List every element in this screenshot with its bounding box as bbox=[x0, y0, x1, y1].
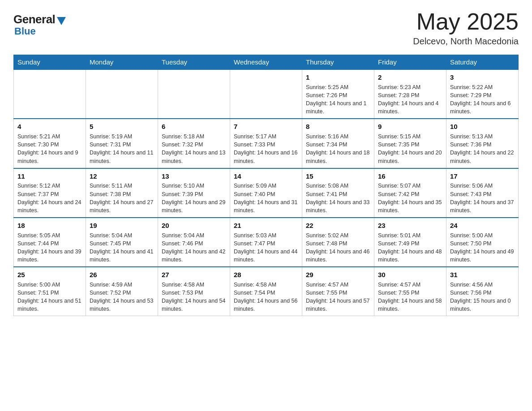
calendar-day-header: Thursday bbox=[302, 55, 374, 70]
day-number: 10 bbox=[450, 122, 515, 132]
calendar-cell: 28Sunrise: 4:58 AMSunset: 7:54 PMDayligh… bbox=[230, 267, 302, 316]
calendar-cell: 8Sunrise: 5:16 AMSunset: 7:34 PMDaylight… bbox=[302, 119, 374, 168]
day-number: 18 bbox=[17, 221, 82, 231]
location-text: Delcevo, North Macedonia bbox=[413, 36, 519, 47]
calendar-cell: 2Sunrise: 5:23 AMSunset: 7:28 PMDaylight… bbox=[374, 69, 446, 119]
calendar-week-row: 11Sunrise: 5:12 AMSunset: 7:37 PMDayligh… bbox=[14, 168, 519, 218]
day-info: Sunrise: 5:17 AMSunset: 7:33 PMDaylight:… bbox=[234, 133, 298, 165]
calendar-cell: 4Sunrise: 5:21 AMSunset: 7:30 PMDaylight… bbox=[14, 119, 86, 168]
day-info: Sunrise: 5:16 AMSunset: 7:34 PMDaylight:… bbox=[306, 133, 370, 165]
calendar-day-header: Sunday bbox=[14, 55, 86, 70]
calendar-cell: 24Sunrise: 5:00 AMSunset: 7:50 PMDayligh… bbox=[446, 218, 519, 267]
day-number: 22 bbox=[306, 221, 370, 231]
day-number: 26 bbox=[90, 270, 154, 280]
day-info: Sunrise: 5:23 AMSunset: 7:28 PMDaylight:… bbox=[378, 83, 442, 116]
calendar-cell: 15Sunrise: 5:08 AMSunset: 7:41 PMDayligh… bbox=[302, 168, 374, 218]
calendar-week-row: 4Sunrise: 5:21 AMSunset: 7:30 PMDaylight… bbox=[14, 119, 519, 168]
calendar-cell: 14Sunrise: 5:09 AMSunset: 7:40 PMDayligh… bbox=[230, 168, 302, 218]
day-info: Sunrise: 5:19 AMSunset: 7:31 PMDaylight:… bbox=[90, 133, 154, 165]
day-number: 19 bbox=[90, 221, 154, 231]
calendar-cell: 23Sunrise: 5:01 AMSunset: 7:49 PMDayligh… bbox=[374, 218, 446, 267]
calendar-cell bbox=[86, 69, 158, 119]
calendar-week-row: 18Sunrise: 5:05 AMSunset: 7:44 PMDayligh… bbox=[14, 218, 519, 267]
day-info: Sunrise: 5:09 AMSunset: 7:40 PMDaylight:… bbox=[234, 182, 298, 214]
day-info: Sunrise: 5:25 AMSunset: 7:26 PMDaylight:… bbox=[306, 83, 370, 116]
day-number: 23 bbox=[378, 221, 442, 231]
calendar-day-header: Wednesday bbox=[230, 55, 302, 70]
calendar-cell: 6Sunrise: 5:18 AMSunset: 7:32 PMDaylight… bbox=[158, 119, 230, 168]
day-info: Sunrise: 5:03 AMSunset: 7:47 PMDaylight:… bbox=[234, 231, 298, 264]
day-number: 30 bbox=[378, 270, 442, 280]
calendar-cell: 30Sunrise: 4:57 AMSunset: 7:55 PMDayligh… bbox=[374, 267, 446, 316]
day-number: 28 bbox=[234, 270, 298, 280]
calendar-cell: 20Sunrise: 5:04 AMSunset: 7:46 PMDayligh… bbox=[158, 218, 230, 267]
calendar-cell: 13Sunrise: 5:10 AMSunset: 7:39 PMDayligh… bbox=[158, 168, 230, 218]
day-number: 6 bbox=[162, 122, 226, 132]
calendar-cell: 11Sunrise: 5:12 AMSunset: 7:37 PMDayligh… bbox=[14, 168, 86, 218]
calendar-cell: 25Sunrise: 5:00 AMSunset: 7:51 PMDayligh… bbox=[14, 267, 86, 316]
title-block: May 2025 Delcevo, North Macedonia bbox=[413, 9, 519, 47]
day-info: Sunrise: 5:01 AMSunset: 7:49 PMDaylight:… bbox=[378, 231, 442, 264]
day-number: 13 bbox=[162, 171, 226, 181]
calendar-cell: 22Sunrise: 5:02 AMSunset: 7:48 PMDayligh… bbox=[302, 218, 374, 267]
day-number: 14 bbox=[234, 171, 298, 181]
day-number: 8 bbox=[306, 122, 370, 132]
calendar-cell bbox=[230, 69, 302, 119]
day-number: 17 bbox=[450, 171, 515, 181]
calendar-day-header: Friday bbox=[374, 55, 446, 70]
day-info: Sunrise: 5:15 AMSunset: 7:35 PMDaylight:… bbox=[378, 133, 442, 165]
calendar-cell: 12Sunrise: 5:11 AMSunset: 7:38 PMDayligh… bbox=[86, 168, 158, 218]
day-number: 9 bbox=[378, 122, 442, 132]
calendar-cell: 7Sunrise: 5:17 AMSunset: 7:33 PMDaylight… bbox=[230, 119, 302, 168]
day-info: Sunrise: 4:56 AMSunset: 7:56 PMDaylight:… bbox=[450, 281, 515, 313]
day-number: 5 bbox=[90, 122, 154, 132]
day-info: Sunrise: 5:05 AMSunset: 7:44 PMDaylight:… bbox=[17, 231, 82, 264]
day-number: 21 bbox=[234, 221, 298, 231]
day-number: 4 bbox=[17, 122, 82, 132]
calendar-header-row: SundayMondayTuesdayWednesdayThursdayFrid… bbox=[14, 55, 519, 70]
calendar-week-row: 1Sunrise: 5:25 AMSunset: 7:26 PMDaylight… bbox=[14, 69, 519, 119]
day-info: Sunrise: 5:04 AMSunset: 7:46 PMDaylight:… bbox=[162, 231, 226, 264]
calendar-day-header: Saturday bbox=[446, 55, 519, 70]
day-number: 15 bbox=[306, 171, 370, 181]
calendar-cell: 10Sunrise: 5:13 AMSunset: 7:36 PMDayligh… bbox=[446, 119, 519, 168]
calendar-cell: 29Sunrise: 4:57 AMSunset: 7:55 PMDayligh… bbox=[302, 267, 374, 316]
page-header: General Blue May 2025 Delcevo, North Mac… bbox=[13, 9, 519, 47]
day-info: Sunrise: 5:00 AMSunset: 7:51 PMDaylight:… bbox=[17, 281, 82, 313]
calendar-cell: 3Sunrise: 5:22 AMSunset: 7:29 PMDaylight… bbox=[446, 69, 519, 119]
day-number: 12 bbox=[90, 171, 154, 181]
logo-general-text: General bbox=[13, 13, 55, 26]
day-info: Sunrise: 5:11 AMSunset: 7:38 PMDaylight:… bbox=[90, 182, 154, 214]
calendar-cell: 31Sunrise: 4:56 AMSunset: 7:56 PMDayligh… bbox=[446, 267, 519, 316]
day-number: 25 bbox=[17, 270, 82, 280]
day-number: 31 bbox=[450, 270, 515, 280]
calendar-cell bbox=[158, 69, 230, 119]
day-info: Sunrise: 4:59 AMSunset: 7:52 PMDaylight:… bbox=[90, 281, 154, 313]
day-info: Sunrise: 5:07 AMSunset: 7:42 PMDaylight:… bbox=[378, 182, 442, 214]
calendar-cell: 17Sunrise: 5:06 AMSunset: 7:43 PMDayligh… bbox=[446, 168, 519, 218]
month-title: May 2025 bbox=[413, 9, 519, 34]
calendar-cell: 9Sunrise: 5:15 AMSunset: 7:35 PMDaylight… bbox=[374, 119, 446, 168]
calendar-day-header: Tuesday bbox=[158, 55, 230, 70]
day-info: Sunrise: 5:13 AMSunset: 7:36 PMDaylight:… bbox=[450, 133, 515, 165]
day-number: 20 bbox=[162, 221, 226, 231]
day-info: Sunrise: 5:08 AMSunset: 7:41 PMDaylight:… bbox=[306, 182, 370, 214]
day-number: 27 bbox=[162, 270, 226, 280]
day-info: Sunrise: 4:58 AMSunset: 7:54 PMDaylight:… bbox=[234, 281, 298, 313]
day-number: 3 bbox=[450, 73, 515, 82]
calendar-cell bbox=[14, 69, 86, 119]
calendar-cell: 1Sunrise: 5:25 AMSunset: 7:26 PMDaylight… bbox=[302, 69, 374, 119]
calendar-day-header: Monday bbox=[86, 55, 158, 70]
day-info: Sunrise: 4:57 AMSunset: 7:55 PMDaylight:… bbox=[306, 281, 370, 313]
calendar-cell: 26Sunrise: 4:59 AMSunset: 7:52 PMDayligh… bbox=[86, 267, 158, 316]
day-info: Sunrise: 5:06 AMSunset: 7:43 PMDaylight:… bbox=[450, 182, 515, 214]
day-number: 16 bbox=[378, 171, 442, 181]
calendar-week-row: 25Sunrise: 5:00 AMSunset: 7:51 PMDayligh… bbox=[14, 267, 519, 316]
day-info: Sunrise: 5:12 AMSunset: 7:37 PMDaylight:… bbox=[17, 182, 82, 214]
day-number: 29 bbox=[306, 270, 370, 280]
logo-blue-text: Blue bbox=[14, 26, 36, 37]
logo-triangle-icon bbox=[57, 17, 66, 25]
calendar-cell: 5Sunrise: 5:19 AMSunset: 7:31 PMDaylight… bbox=[86, 119, 158, 168]
day-info: Sunrise: 5:00 AMSunset: 7:50 PMDaylight:… bbox=[450, 231, 515, 264]
calendar-cell: 19Sunrise: 5:04 AMSunset: 7:45 PMDayligh… bbox=[86, 218, 158, 267]
